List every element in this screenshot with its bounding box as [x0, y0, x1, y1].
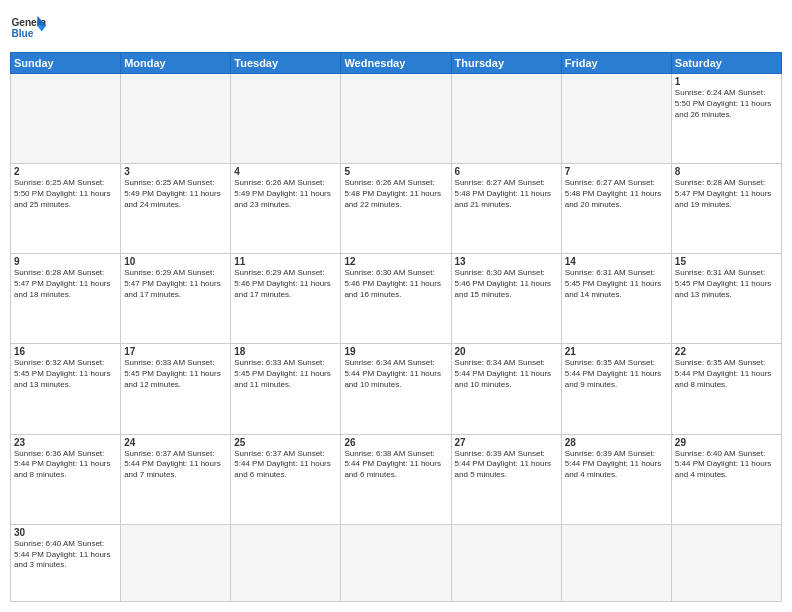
- calendar-day-cell: 4Sunrise: 6:26 AM Sunset: 5:49 PM Daylig…: [231, 164, 341, 254]
- day-number: 13: [455, 256, 558, 267]
- calendar-day-cell: 16Sunrise: 6:32 AM Sunset: 5:45 PM Dayli…: [11, 344, 121, 434]
- day-number: 18: [234, 346, 337, 357]
- day-info: Sunrise: 6:39 AM Sunset: 5:44 PM Dayligh…: [455, 449, 558, 481]
- logo: General Blue: [10, 10, 46, 46]
- generalblue-logo-icon: General Blue: [10, 10, 46, 46]
- calendar-day-cell: [121, 524, 231, 601]
- day-number: 8: [675, 166, 778, 177]
- day-info: Sunrise: 6:40 AM Sunset: 5:44 PM Dayligh…: [675, 449, 778, 481]
- svg-marker-3: [37, 26, 46, 32]
- calendar-table: SundayMondayTuesdayWednesdayThursdayFrid…: [10, 52, 782, 602]
- day-number: 27: [455, 437, 558, 448]
- day-number: 25: [234, 437, 337, 448]
- day-number: 12: [344, 256, 447, 267]
- calendar-day-cell: 19Sunrise: 6:34 AM Sunset: 5:44 PM Dayli…: [341, 344, 451, 434]
- day-number: 11: [234, 256, 337, 267]
- calendar-day-cell: 20Sunrise: 6:34 AM Sunset: 5:44 PM Dayli…: [451, 344, 561, 434]
- day-info: Sunrise: 6:25 AM Sunset: 5:49 PM Dayligh…: [124, 178, 227, 210]
- day-info: Sunrise: 6:34 AM Sunset: 5:44 PM Dayligh…: [344, 358, 447, 390]
- calendar-col-header: Monday: [121, 53, 231, 74]
- calendar-day-cell: 11Sunrise: 6:29 AM Sunset: 5:46 PM Dayli…: [231, 254, 341, 344]
- day-info: Sunrise: 6:29 AM Sunset: 5:46 PM Dayligh…: [234, 268, 337, 300]
- day-info: Sunrise: 6:28 AM Sunset: 5:47 PM Dayligh…: [14, 268, 117, 300]
- calendar-col-header: Wednesday: [341, 53, 451, 74]
- day-info: Sunrise: 6:33 AM Sunset: 5:45 PM Dayligh…: [234, 358, 337, 390]
- calendar-header-row: SundayMondayTuesdayWednesdayThursdayFrid…: [11, 53, 782, 74]
- day-info: Sunrise: 6:27 AM Sunset: 5:48 PM Dayligh…: [565, 178, 668, 210]
- calendar-col-header: Tuesday: [231, 53, 341, 74]
- day-info: Sunrise: 6:30 AM Sunset: 5:46 PM Dayligh…: [455, 268, 558, 300]
- day-info: Sunrise: 6:24 AM Sunset: 5:50 PM Dayligh…: [675, 88, 778, 120]
- day-info: Sunrise: 6:31 AM Sunset: 5:45 PM Dayligh…: [675, 268, 778, 300]
- day-info: Sunrise: 6:37 AM Sunset: 5:44 PM Dayligh…: [234, 449, 337, 481]
- day-number: 20: [455, 346, 558, 357]
- day-info: Sunrise: 6:36 AM Sunset: 5:44 PM Dayligh…: [14, 449, 117, 481]
- calendar-week-row: 1Sunrise: 6:24 AM Sunset: 5:50 PM Daylig…: [11, 74, 782, 164]
- day-number: 7: [565, 166, 668, 177]
- header: General Blue: [10, 10, 782, 46]
- calendar-week-row: 30Sunrise: 6:40 AM Sunset: 5:44 PM Dayli…: [11, 524, 782, 601]
- calendar-day-cell: 15Sunrise: 6:31 AM Sunset: 5:45 PM Dayli…: [671, 254, 781, 344]
- day-info: Sunrise: 6:31 AM Sunset: 5:45 PM Dayligh…: [565, 268, 668, 300]
- calendar-day-cell: 23Sunrise: 6:36 AM Sunset: 5:44 PM Dayli…: [11, 434, 121, 524]
- calendar-day-cell: 26Sunrise: 6:38 AM Sunset: 5:44 PM Dayli…: [341, 434, 451, 524]
- day-info: Sunrise: 6:34 AM Sunset: 5:44 PM Dayligh…: [455, 358, 558, 390]
- calendar-day-cell: 2Sunrise: 6:25 AM Sunset: 5:50 PM Daylig…: [11, 164, 121, 254]
- calendar-col-header: Sunday: [11, 53, 121, 74]
- day-number: 6: [455, 166, 558, 177]
- day-info: Sunrise: 6:35 AM Sunset: 5:44 PM Dayligh…: [675, 358, 778, 390]
- day-info: Sunrise: 6:28 AM Sunset: 5:47 PM Dayligh…: [675, 178, 778, 210]
- day-number: 24: [124, 437, 227, 448]
- day-number: 10: [124, 256, 227, 267]
- calendar-day-cell: 7Sunrise: 6:27 AM Sunset: 5:48 PM Daylig…: [561, 164, 671, 254]
- day-info: Sunrise: 6:27 AM Sunset: 5:48 PM Dayligh…: [455, 178, 558, 210]
- calendar-day-cell: 13Sunrise: 6:30 AM Sunset: 5:46 PM Dayli…: [451, 254, 561, 344]
- calendar-day-cell: 21Sunrise: 6:35 AM Sunset: 5:44 PM Dayli…: [561, 344, 671, 434]
- day-number: 28: [565, 437, 668, 448]
- calendar-day-cell: 18Sunrise: 6:33 AM Sunset: 5:45 PM Dayli…: [231, 344, 341, 434]
- day-number: 16: [14, 346, 117, 357]
- day-number: 9: [14, 256, 117, 267]
- day-info: Sunrise: 6:26 AM Sunset: 5:48 PM Dayligh…: [344, 178, 447, 210]
- calendar-day-cell: 24Sunrise: 6:37 AM Sunset: 5:44 PM Dayli…: [121, 434, 231, 524]
- calendar-day-cell: 29Sunrise: 6:40 AM Sunset: 5:44 PM Dayli…: [671, 434, 781, 524]
- day-info: Sunrise: 6:38 AM Sunset: 5:44 PM Dayligh…: [344, 449, 447, 481]
- calendar-day-cell: [451, 74, 561, 164]
- calendar-day-cell: [561, 74, 671, 164]
- calendar-day-cell: [231, 524, 341, 601]
- calendar-day-cell: 3Sunrise: 6:25 AM Sunset: 5:49 PM Daylig…: [121, 164, 231, 254]
- calendar-day-cell: 14Sunrise: 6:31 AM Sunset: 5:45 PM Dayli…: [561, 254, 671, 344]
- day-number: 4: [234, 166, 337, 177]
- day-info: Sunrise: 6:26 AM Sunset: 5:49 PM Dayligh…: [234, 178, 337, 210]
- day-number: 29: [675, 437, 778, 448]
- calendar-day-cell: 1Sunrise: 6:24 AM Sunset: 5:50 PM Daylig…: [671, 74, 781, 164]
- day-number: 3: [124, 166, 227, 177]
- calendar-day-cell: 27Sunrise: 6:39 AM Sunset: 5:44 PM Dayli…: [451, 434, 561, 524]
- day-number: 23: [14, 437, 117, 448]
- day-number: 22: [675, 346, 778, 357]
- calendar-day-cell: [671, 524, 781, 601]
- day-number: 30: [14, 527, 117, 538]
- day-info: Sunrise: 6:32 AM Sunset: 5:45 PM Dayligh…: [14, 358, 117, 390]
- calendar-day-cell: [451, 524, 561, 601]
- calendar-day-cell: [341, 524, 451, 601]
- calendar-day-cell: 22Sunrise: 6:35 AM Sunset: 5:44 PM Dayli…: [671, 344, 781, 434]
- day-info: Sunrise: 6:30 AM Sunset: 5:46 PM Dayligh…: [344, 268, 447, 300]
- calendar-day-cell: 28Sunrise: 6:39 AM Sunset: 5:44 PM Dayli…: [561, 434, 671, 524]
- calendar-col-header: Friday: [561, 53, 671, 74]
- day-number: 17: [124, 346, 227, 357]
- day-info: Sunrise: 6:40 AM Sunset: 5:44 PM Dayligh…: [14, 539, 117, 571]
- day-info: Sunrise: 6:39 AM Sunset: 5:44 PM Dayligh…: [565, 449, 668, 481]
- day-number: 26: [344, 437, 447, 448]
- calendar-day-cell: [11, 74, 121, 164]
- day-number: 21: [565, 346, 668, 357]
- calendar-day-cell: [561, 524, 671, 601]
- day-number: 19: [344, 346, 447, 357]
- calendar-day-cell: 5Sunrise: 6:26 AM Sunset: 5:48 PM Daylig…: [341, 164, 451, 254]
- calendar-day-cell: 6Sunrise: 6:27 AM Sunset: 5:48 PM Daylig…: [451, 164, 561, 254]
- day-number: 2: [14, 166, 117, 177]
- day-info: Sunrise: 6:25 AM Sunset: 5:50 PM Dayligh…: [14, 178, 117, 210]
- calendar-day-cell: 8Sunrise: 6:28 AM Sunset: 5:47 PM Daylig…: [671, 164, 781, 254]
- day-number: 14: [565, 256, 668, 267]
- calendar-col-header: Saturday: [671, 53, 781, 74]
